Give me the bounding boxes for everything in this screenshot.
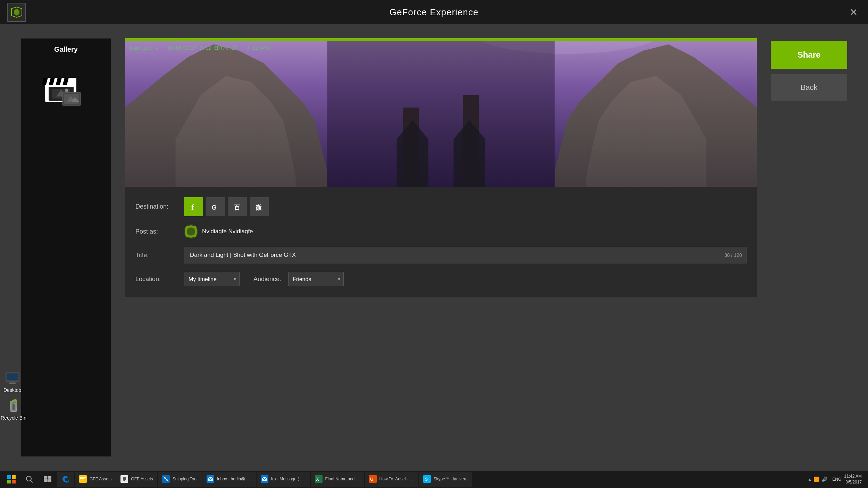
skype-label: Skype™ - lanlvera	[434, 477, 468, 481]
location-audience-row: Location: My timeline Profile Page ▾ Aud…	[135, 272, 746, 286]
taskbar-item-downloads[interactable]: GFE Assets	[116, 472, 157, 487]
svg-rect-29	[327, 41, 554, 187]
tray-clock[interactable]: 11:42 AM 8/5/2017	[844, 473, 862, 485]
weibo-button[interactable]: 微	[250, 197, 269, 216]
progress-bar-fill	[125, 38, 757, 41]
svg-rect-45	[7, 475, 11, 479]
svg-rect-51	[44, 476, 47, 479]
location-dropdown-wrapper: My timeline Profile Page ▾	[184, 272, 240, 286]
svg-rect-58	[80, 480, 85, 480]
post-as-container: Nvidiagfe Nvidiagfe	[184, 225, 253, 238]
downloads-icon	[120, 475, 128, 483]
inbox-icon	[207, 475, 214, 483]
tray-date-value: 8/5/2017	[845, 479, 862, 485]
svg-text:G: G	[370, 477, 373, 482]
desktop-label: Desktop	[3, 387, 21, 393]
svg-point-11	[65, 89, 68, 92]
app-logo	[7, 3, 26, 22]
inbox-label: Inbox - herlin@mi...	[217, 477, 252, 481]
tray-chevron[interactable]: ▲	[808, 477, 811, 481]
svg-rect-41	[10, 382, 15, 383]
location-select[interactable]: My timeline Profile Page	[184, 272, 240, 286]
svg-line-50	[31, 480, 33, 482]
svg-rect-42	[9, 383, 16, 384]
final-name-icon: X	[315, 475, 323, 483]
svg-rect-56	[80, 477, 86, 478]
skype-icon: S	[423, 475, 431, 483]
svg-rect-53	[44, 479, 48, 482]
how-to-icon: G	[369, 475, 377, 483]
taskbar-item-edge[interactable]	[57, 472, 74, 487]
tray-sound-icon: 🔊	[821, 477, 827, 482]
title-label: Title:	[135, 252, 177, 259]
svg-rect-40	[7, 373, 18, 380]
snipping-icon	[162, 475, 170, 483]
taskbar-item-snipping[interactable]: Snipping Tool	[158, 472, 202, 487]
taskbar-item-skype[interactable]: S Skype™ - lanlvera	[419, 472, 472, 487]
tray-time-value: 11:42 AM	[844, 473, 862, 479]
gallery-icon	[38, 67, 94, 112]
audience-label: Audience:	[253, 276, 281, 283]
svg-rect-44	[14, 404, 15, 410]
taskbar-item-final-name[interactable]: X Final Name and As...	[311, 472, 364, 487]
audience-select[interactable]: Friends Public Only Me	[288, 272, 344, 286]
title-bar: GeForce Experience ✕	[0, 0, 868, 24]
post-as-name: Nvidiagfe Nvidiagfe	[202, 228, 253, 235]
gallery-panel: Gallery	[21, 38, 111, 457]
destination-row: Destination: f G 百	[135, 197, 746, 216]
google-button[interactable]: G	[206, 197, 225, 216]
post-as-avatar	[184, 225, 198, 238]
taskbar: GFE Assets GFE Assets Snipping Tool	[0, 471, 868, 488]
taskbar-task-view[interactable]	[39, 471, 56, 488]
facebook-button[interactable]: f	[184, 197, 203, 216]
ira-icon	[261, 475, 268, 483]
desktop-icon-img	[5, 371, 20, 385]
taskbar-search-button[interactable]	[21, 471, 38, 488]
taskbar-item-ira[interactable]: Ira - Message (HTM...	[257, 472, 310, 487]
desktop-icon-desktop[interactable]: Desktop	[3, 371, 21, 393]
tray-lang: ENG	[832, 477, 841, 482]
share-form: Destination: f G 百	[125, 187, 757, 297]
svg-text:S: S	[425, 477, 428, 482]
ira-label: Ira - Message (HTM...	[271, 477, 306, 481]
svg-rect-47	[7, 480, 11, 483]
screenshot-watermark: Gamelive v · 08/05/2017 0:12 EDT/0:17 · …	[129, 45, 270, 51]
tray-icons: ▲ 📶 🔊	[808, 477, 827, 482]
svg-rect-43	[12, 404, 14, 410]
title-row: Title: 38 / 120	[135, 247, 746, 263]
svg-rect-46	[12, 475, 16, 479]
svg-rect-52	[48, 476, 51, 479]
title-input[interactable]	[190, 252, 741, 259]
svg-point-49	[26, 476, 31, 481]
svg-rect-54	[48, 479, 51, 482]
svg-rect-57	[80, 478, 84, 479]
desktop-icon-recycle-bin[interactable]: Recycle Bin	[1, 398, 26, 421]
svg-text:X: X	[316, 477, 319, 482]
location-label: Location:	[135, 276, 177, 283]
progress-bar-container	[125, 38, 757, 41]
edge-icon	[62, 475, 69, 483]
close-button[interactable]: ✕	[850, 7, 858, 18]
baidu-button[interactable]: 百	[228, 197, 247, 216]
snipping-label: Snipping Tool	[173, 477, 198, 481]
app-title: GeForce Experience	[390, 7, 478, 18]
svg-text:f: f	[191, 203, 194, 211]
back-button[interactable]: Back	[771, 74, 847, 101]
svg-text:微: 微	[255, 204, 262, 211]
recycle-bin-label: Recycle Bin	[1, 415, 26, 421]
recycle-bin-icon-img	[6, 398, 21, 413]
taskbar-item-how-to[interactable]: G How To: Ansel - Go...	[365, 472, 418, 487]
share-button[interactable]: Share	[771, 41, 847, 69]
svg-text:百: 百	[234, 204, 241, 211]
gfe-assets-icon	[79, 475, 87, 483]
taskbar-item-inbox[interactable]: Inbox - herlin@mi...	[202, 472, 256, 487]
final-name-label: Final Name and As...	[325, 477, 360, 481]
start-button[interactable]	[3, 471, 20, 488]
taskbar-tray: ▲ 📶 🔊 ENG 11:42 AM 8/5/2017	[808, 473, 865, 485]
taskbar-item-gfe-assets[interactable]: GFE Assets	[75, 472, 116, 487]
svg-rect-48	[12, 480, 16, 483]
gallery-title: Gallery	[54, 45, 78, 53]
downloads-label: GFE Assets	[131, 477, 153, 481]
audience-dropdown-wrapper: Friends Public Only Me ▾	[288, 272, 344, 286]
tray-network-icon: 📶	[813, 477, 819, 482]
